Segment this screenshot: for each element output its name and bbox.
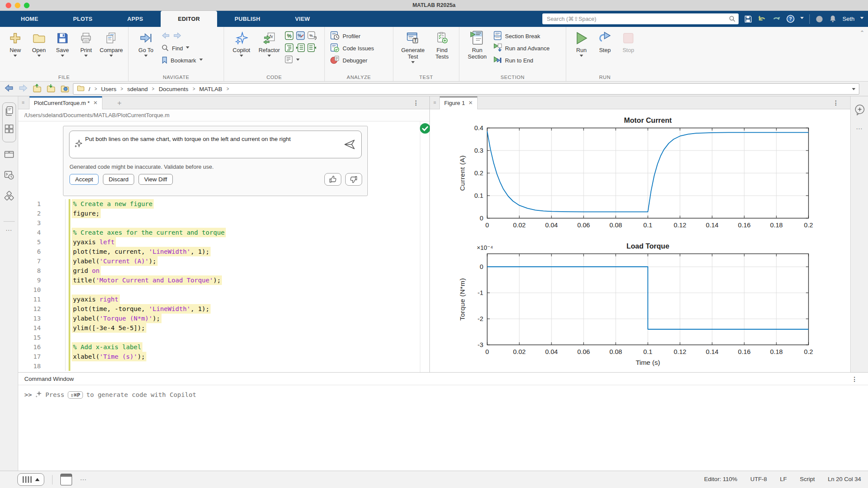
smart-indent-icon[interactable] — [285, 43, 294, 54]
code-line[interactable]: 7ylabel('Current (A)'); — [18, 256, 420, 266]
tab-apps[interactable]: APPS — [110, 11, 161, 27]
run-section-button[interactable]: Run Section — [465, 30, 490, 72]
new-button[interactable]: New — [5, 30, 25, 72]
stop-button[interactable]: Stop — [618, 30, 638, 72]
print-dropdown-icon[interactable] — [84, 55, 88, 59]
view-diff-button[interactable]: View Diff — [139, 174, 173, 185]
editor-panel-handle-icon[interactable]: ≡ — [22, 100, 24, 105]
file-encoding[interactable]: UTF-8 — [750, 476, 767, 482]
bookmark-button[interactable]: Bookmark — [162, 55, 203, 66]
workspace-panel-icon[interactable] — [0, 149, 18, 159]
thumbs-up-button[interactable] — [324, 173, 341, 186]
print-button[interactable]: Print — [76, 30, 96, 72]
refactor-dropdown-icon[interactable] — [267, 55, 271, 59]
code-line[interactable]: 3 — [18, 218, 420, 228]
new-folder-icon[interactable] — [46, 83, 56, 95]
code-line[interactable]: 12plot(time, -torque, 'LineWidth', 1); — [18, 304, 420, 314]
browse-folder-icon[interactable] — [60, 83, 69, 95]
goto-button[interactable]: Go To — [134, 30, 158, 72]
collapse-ribbon-icon[interactable]: ⌃ — [860, 29, 865, 36]
tab-home[interactable]: HOME — [3, 11, 56, 27]
quick-save-icon[interactable] — [744, 14, 752, 24]
redo-icon[interactable] — [772, 14, 781, 24]
copilot-button[interactable]: Copilot — [229, 30, 254, 72]
help-icon[interactable]: ? — [786, 14, 795, 24]
tab-view[interactable]: VIEW — [278, 11, 327, 27]
profiler-button[interactable]: Profiler — [330, 31, 374, 42]
copilot-dropdown-icon[interactable] — [240, 55, 243, 59]
code-line[interactable]: 10 — [18, 285, 420, 295]
comment-icon[interactable]: % — [285, 31, 294, 42]
tab-publish[interactable]: PUBLISH — [217, 11, 277, 27]
generate-test-dropdown-icon[interactable] — [411, 61, 415, 65]
code-line[interactable]: 8grid on — [18, 266, 420, 275]
notifications-bell-icon[interactable] — [829, 14, 837, 24]
run-to-end-button[interactable]: Run to End — [493, 55, 550, 66]
compare-dropdown-icon[interactable] — [109, 55, 113, 59]
section-break-button[interactable]: Section Break — [493, 31, 550, 42]
new-tab-icon[interactable]: + — [117, 99, 122, 108]
find-button[interactable]: Find — [162, 43, 203, 54]
help-dropdown-icon[interactable] — [800, 17, 804, 21]
code-line[interactable]: 6plot(time, current, 'LineWidth', 1); — [18, 247, 420, 256]
breadcrumb-separator-icon[interactable]: > — [121, 86, 123, 92]
sidebar-more-icon[interactable]: ⋯ — [0, 226, 18, 234]
tab-editor[interactable]: EDITOR — [161, 11, 218, 27]
breadcrumb-separator-icon[interactable]: > — [152, 86, 155, 92]
discard-button[interactable]: Discard — [103, 174, 134, 185]
bookmark-dropdown-icon[interactable] — [199, 59, 203, 62]
undo-icon[interactable] — [758, 14, 766, 24]
goto-dropdown-icon[interactable] — [144, 55, 148, 59]
breadcrumb-separator-icon[interactable]: > — [192, 86, 195, 92]
generate-test-button[interactable]: T Generate Test — [399, 30, 427, 72]
breadcrumb-item[interactable]: / — [89, 86, 90, 92]
user-dropdown-icon[interactable] — [860, 17, 864, 21]
open-dropdown-icon[interactable] — [37, 55, 41, 59]
breadcrumb-item[interactable]: Documents — [158, 86, 188, 92]
figure-panel-handle-icon[interactable]: ≡ — [433, 100, 436, 105]
breadcrumb[interactable]: />Users>sdeland>Documents>MATLAB> — [73, 83, 859, 95]
search-input[interactable] — [542, 13, 739, 24]
breadcrumb-item[interactable]: Users — [101, 86, 116, 92]
packages-panel-icon[interactable] — [0, 191, 18, 201]
thumbs-down-button[interactable] — [345, 173, 362, 186]
code-line[interactable]: 13ylabel('Torque (N*m)'); — [18, 314, 420, 323]
code-line[interactable]: 2figure; — [18, 209, 420, 218]
right-sidebar-more-icon[interactable]: ⋯ — [851, 125, 868, 133]
run-dropdown-icon[interactable] — [580, 55, 583, 59]
line-ending[interactable]: LF — [780, 476, 787, 482]
save-button[interactable]: Save — [53, 30, 73, 72]
history-forward-icon[interactable] — [18, 84, 28, 94]
up-one-level-icon[interactable] — [32, 83, 42, 95]
breadcrumb-separator-icon[interactable]: > — [226, 86, 229, 92]
find-dropdown-icon[interactable] — [186, 46, 189, 50]
copilot-chat-icon[interactable] — [851, 104, 868, 115]
editor-zoom-level[interactable]: Editor: 110% — [704, 476, 737, 482]
grid-panel-icon[interactable] — [0, 124, 18, 134]
figure-tab[interactable]: Figure 1 ✕ — [439, 96, 478, 109]
files-panel-icon[interactable] — [0, 106, 18, 116]
code-style-dropdown-icon[interactable] — [296, 59, 300, 62]
code-line[interactable]: 15 — [18, 333, 420, 342]
code-line[interactable]: 17xlabel('Time (s)'); — [18, 352, 420, 361]
run-and-advance-button[interactable]: Run and Advance — [493, 43, 550, 54]
user-menu[interactable]: Seth — [842, 16, 855, 22]
tab-plots[interactable]: PLOTS — [56, 11, 110, 27]
uncomment-icon[interactable]: % — [296, 31, 305, 42]
code-line[interactable]: 9title('Motor Current and Load Torque'); — [18, 275, 420, 285]
step-button[interactable]: Step — [595, 30, 615, 72]
breadcrumb-item[interactable]: MATLAB — [199, 86, 222, 92]
open-button[interactable]: Open — [29, 30, 49, 72]
close-tab-icon[interactable]: ✕ — [93, 100, 98, 106]
send-prompt-icon[interactable] — [343, 139, 356, 153]
history-back-icon[interactable] — [4, 84, 14, 94]
code-editor[interactable]: 1% Create a new figure2figure;34% Create… — [18, 199, 420, 371]
code-line[interactable]: 4% Create axes for the current and torqu… — [18, 228, 420, 237]
updates-icon[interactable] — [815, 14, 823, 24]
navigate-forward-icon[interactable] — [173, 32, 182, 41]
layout-selector-button[interactable] — [17, 473, 44, 486]
code-line[interactable]: 11yyaxis right — [18, 295, 420, 304]
refactor-button[interactable]: fx Refactor — [257, 30, 281, 72]
editor-menu-icon[interactable]: ⋮ — [413, 99, 419, 106]
code-line[interactable]: 5yyaxis left — [18, 237, 420, 247]
